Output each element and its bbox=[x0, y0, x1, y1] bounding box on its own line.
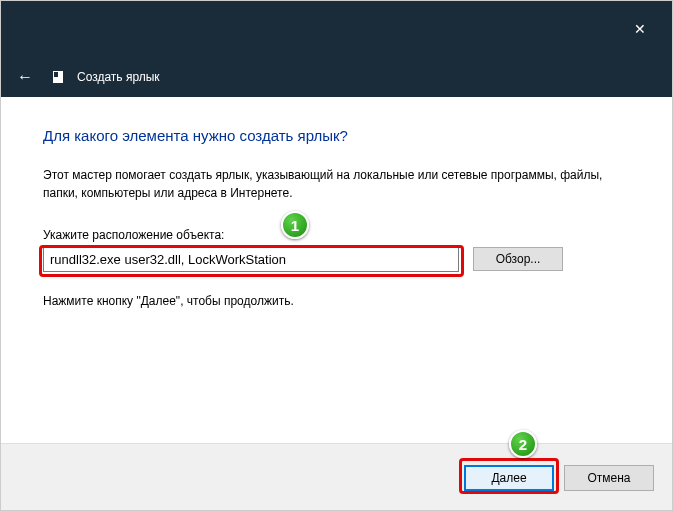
wizard-footer: Далее Отмена bbox=[1, 443, 672, 511]
shortcut-icon bbox=[53, 71, 63, 83]
path-label: Укажите расположение объекта: bbox=[43, 228, 630, 242]
close-icon[interactable]: ✕ bbox=[620, 9, 660, 49]
hint-text: Нажмите кнопку "Далее", чтобы продолжить… bbox=[43, 294, 630, 308]
path-row: Обзор... bbox=[43, 246, 630, 272]
header-title: Создать ярлык bbox=[77, 70, 160, 84]
next-button[interactable]: Далее bbox=[464, 465, 554, 491]
wizard-content: Для какого элемента нужно создать ярлык?… bbox=[1, 97, 672, 443]
page-heading: Для какого элемента нужно создать ярлык? bbox=[43, 127, 630, 144]
browse-button[interactable]: Обзор... bbox=[473, 247, 563, 271]
titlebar: ✕ bbox=[1, 1, 672, 57]
back-arrow-icon[interactable]: ← bbox=[11, 64, 39, 90]
path-input[interactable] bbox=[43, 246, 459, 272]
description-text: Этот мастер помогает создать ярлык, указ… bbox=[43, 166, 603, 202]
wizard-header: ← Создать ярлык bbox=[1, 57, 672, 97]
cancel-button[interactable]: Отмена bbox=[564, 465, 654, 491]
